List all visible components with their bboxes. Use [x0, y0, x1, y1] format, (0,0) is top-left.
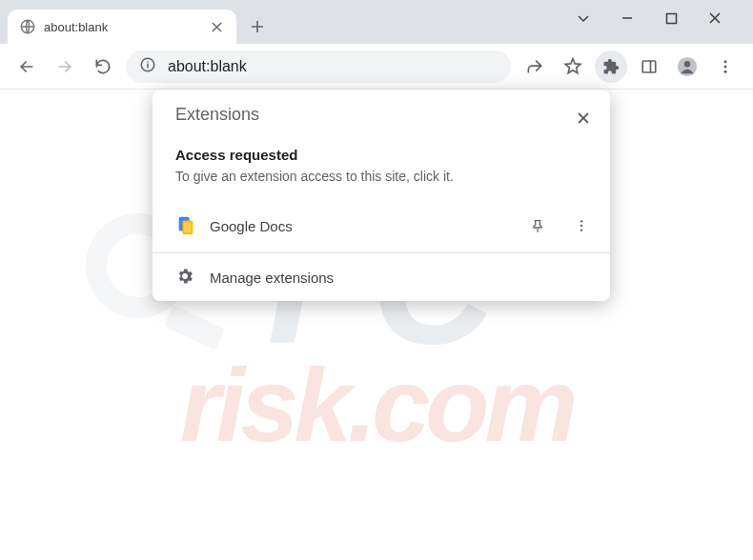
- reload-button[interactable]: [88, 51, 118, 82]
- svg-point-14: [580, 229, 582, 230]
- close-window-button[interactable]: [700, 3, 730, 33]
- minimize-button[interactable]: [612, 3, 642, 33]
- svg-point-8: [724, 70, 727, 72]
- extension-row[interactable]: Google Docs: [153, 199, 610, 252]
- profile-button[interactable]: [671, 50, 703, 83]
- address-bar[interactable]: about:blank: [126, 50, 511, 83]
- side-panel-button[interactable]: [633, 50, 665, 83]
- pin-button[interactable]: [522, 210, 553, 241]
- globe-icon: [19, 18, 36, 35]
- section-description: To give an extension access to this site…: [175, 169, 587, 184]
- svg-point-13: [580, 225, 582, 227]
- svg-point-5: [684, 61, 690, 67]
- extensions-button[interactable]: [595, 50, 627, 83]
- bookmark-button[interactable]: [557, 50, 589, 83]
- maximize-button[interactable]: [656, 3, 686, 33]
- back-button[interactable]: [11, 51, 42, 82]
- extension-name: Google Docs: [210, 218, 509, 234]
- access-requested-section: Access requested To give an extension ac…: [153, 139, 610, 199]
- popup-title: Extensions: [175, 105, 259, 125]
- manage-extensions-label: Manage extensions: [210, 270, 334, 286]
- svg-rect-1: [666, 13, 676, 23]
- tab-title: about:blank: [44, 20, 200, 34]
- browser-tab[interactable]: about:blank: [8, 10, 236, 44]
- svg-rect-11: [184, 222, 191, 232]
- forward-button[interactable]: [50, 51, 80, 82]
- title-bar: about:blank: [0, 0, 753, 44]
- svg-point-6: [724, 60, 727, 63]
- url-text: about:blank: [168, 58, 498, 75]
- svg-point-7: [724, 65, 727, 68]
- svg-rect-3: [642, 61, 656, 72]
- site-info-icon[interactable]: [139, 56, 156, 77]
- popup-close-button[interactable]: [570, 105, 597, 131]
- tab-close-button[interactable]: [208, 18, 225, 35]
- window-controls: [568, 3, 753, 41]
- gear-icon: [175, 267, 196, 288]
- manage-extensions-row[interactable]: Manage extensions: [153, 253, 610, 301]
- extensions-popup: Extensions Access requested To give an e…: [153, 90, 610, 301]
- chevron-down-icon[interactable]: [568, 3, 599, 33]
- section-heading: Access requested: [175, 147, 587, 163]
- new-tab-button[interactable]: [244, 13, 271, 40]
- menu-button[interactable]: [709, 50, 742, 83]
- toolbar: about:blank: [0, 44, 753, 90]
- google-docs-icon: [175, 215, 196, 236]
- svg-point-12: [580, 220, 582, 222]
- extension-more-button[interactable]: [566, 210, 597, 241]
- share-button[interactable]: [519, 50, 551, 83]
